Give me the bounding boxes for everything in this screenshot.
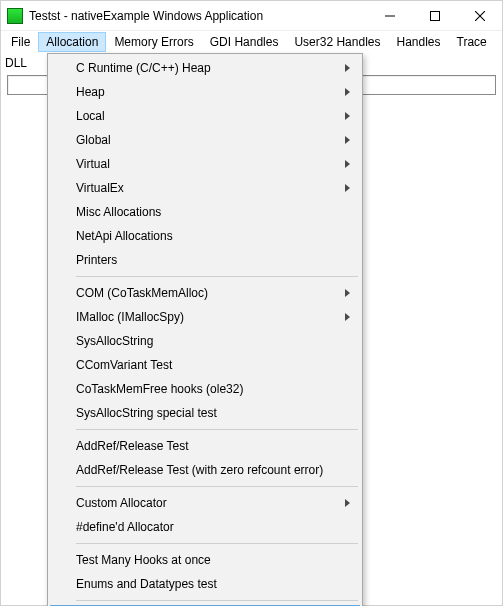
- menu-item-test-many-hooks[interactable]: Test Many Hooks at once: [50, 548, 360, 572]
- submenu-arrow-icon: [345, 499, 350, 507]
- menu-item-defined-allocator[interactable]: #define'd Allocator: [50, 515, 360, 539]
- menu-item-addref-release-test[interactable]: AddRef/Release Test: [50, 434, 360, 458]
- app-icon: [7, 8, 23, 24]
- submenu-arrow-icon: [345, 184, 350, 192]
- menu-user32-handles[interactable]: User32 Handles: [286, 32, 388, 52]
- menu-item-misc-allocations[interactable]: Misc Allocations: [50, 200, 360, 224]
- menu-separator: [76, 600, 358, 601]
- submenu-arrow-icon: [345, 160, 350, 168]
- toolbar-dll-label: DLL: [5, 56, 27, 70]
- submenu-arrow-icon: [345, 112, 350, 120]
- menu-separator: [76, 276, 358, 277]
- menu-trace[interactable]: Trace: [449, 32, 495, 52]
- menu-item-addref-release-test-error[interactable]: AddRef/Release Test (with zero refcount …: [50, 458, 360, 482]
- menubar: File Allocation Memory Errors GDI Handle…: [1, 31, 502, 53]
- menu-memory-errors[interactable]: Memory Errors: [106, 32, 201, 52]
- menu-item-enums-datatypes-test[interactable]: Enums and Datatypes test: [50, 572, 360, 596]
- menu-item-sysallocstring-special[interactable]: SysAllocString special test: [50, 401, 360, 425]
- submenu-arrow-icon: [345, 88, 350, 96]
- menu-gdi-handles[interactable]: GDI Handles: [202, 32, 287, 52]
- submenu-arrow-icon: [345, 289, 350, 297]
- menu-item-sysallocstring[interactable]: SysAllocString: [50, 329, 360, 353]
- menu-item-local[interactable]: Local: [50, 104, 360, 128]
- menu-separator: [76, 543, 358, 544]
- menu-item-com-cotaskmemalloc[interactable]: COM (CoTaskMemAlloc): [50, 281, 360, 305]
- minimize-button[interactable]: [367, 1, 412, 30]
- menu-allocation[interactable]: Allocation: [38, 32, 106, 52]
- menu-item-global[interactable]: Global: [50, 128, 360, 152]
- close-button[interactable]: [457, 1, 502, 30]
- submenu-arrow-icon: [345, 136, 350, 144]
- menu-file[interactable]: File: [3, 32, 38, 52]
- menu-item-virtualex[interactable]: VirtualEx: [50, 176, 360, 200]
- window-controls: [367, 1, 502, 30]
- titlebar: Testst - nativeExample Windows Applicati…: [1, 1, 502, 31]
- menu-item-heap[interactable]: Heap: [50, 80, 360, 104]
- menu-handles[interactable]: Handles: [388, 32, 448, 52]
- submenu-arrow-icon: [345, 64, 350, 72]
- svg-rect-0: [430, 11, 439, 20]
- minimize-icon: [385, 11, 395, 21]
- close-icon: [475, 11, 485, 21]
- menu-item-virtual[interactable]: Virtual: [50, 152, 360, 176]
- maximize-icon: [430, 11, 440, 21]
- menu-item-printers[interactable]: Printers: [50, 248, 360, 272]
- menu-item-c-runtime-heap[interactable]: C Runtime (C/C++) Heap: [50, 56, 360, 80]
- app-window: Testst - nativeExample Windows Applicati…: [0, 0, 503, 606]
- menu-item-imalloc-imallocspy[interactable]: IMalloc (IMallocSpy): [50, 305, 360, 329]
- submenu-arrow-icon: [345, 313, 350, 321]
- menu-item-ccomvariant-test[interactable]: CComVariant Test: [50, 353, 360, 377]
- menu-separator: [76, 486, 358, 487]
- menu-item-custom-allocator[interactable]: Custom Allocator: [50, 491, 360, 515]
- menu-item-cotaskmemfree-hooks[interactable]: CoTaskMemFree hooks (ole32): [50, 377, 360, 401]
- allocation-menu: C Runtime (C/C++) Heap Heap Local Global…: [47, 53, 363, 606]
- maximize-button[interactable]: [412, 1, 457, 30]
- menu-separator: [76, 429, 358, 430]
- window-title: Testst - nativeExample Windows Applicati…: [29, 9, 367, 23]
- menu-item-netapi-allocations[interactable]: NetApi Allocations: [50, 224, 360, 248]
